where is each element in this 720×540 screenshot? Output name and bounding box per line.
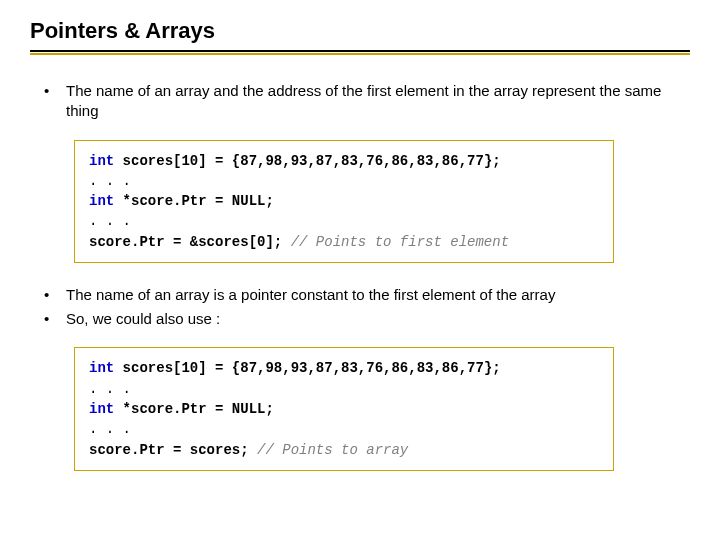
code-block-1: int scores[10] = {87,98,93,87,83,76,86,8… bbox=[74, 140, 614, 263]
code-block-2: int scores[10] = {87,98,93,87,83,76,86,8… bbox=[74, 347, 614, 470]
bullet-marker: • bbox=[38, 81, 66, 122]
code-text: scores[10] = {87,98,93,87,83,76,86,83,86… bbox=[114, 153, 500, 169]
bullet-item: • The name of an array and the address o… bbox=[38, 81, 682, 122]
code-ellipsis: . . . bbox=[89, 379, 599, 399]
code-keyword: int bbox=[89, 153, 114, 169]
code-text: score.Ptr = &scores[0]; bbox=[89, 234, 282, 250]
code-text: *score.Ptr = NULL; bbox=[114, 193, 274, 209]
bullet-text: The name of an array is a pointer consta… bbox=[66, 285, 682, 305]
bullet-text: The name of an array and the address of … bbox=[66, 81, 682, 122]
code-ellipsis: . . . bbox=[89, 419, 599, 439]
code-text: score.Ptr = scores; bbox=[89, 442, 249, 458]
code-text: *score.Ptr = NULL; bbox=[114, 401, 274, 417]
slide-body: • The name of an array and the address o… bbox=[30, 55, 690, 471]
code-ellipsis: . . . bbox=[89, 211, 599, 231]
title-rule bbox=[30, 50, 690, 52]
bullet-text: So, we could also use : bbox=[66, 309, 682, 329]
bullet-marker: • bbox=[38, 285, 66, 305]
code-text: scores[10] = {87,98,93,87,83,76,86,83,86… bbox=[114, 360, 500, 376]
code-keyword: int bbox=[89, 360, 114, 376]
code-ellipsis: . . . bbox=[89, 171, 599, 191]
bullet-marker: • bbox=[38, 309, 66, 329]
bullet-item: • The name of an array is a pointer cons… bbox=[38, 285, 682, 305]
bullet-item: • So, we could also use : bbox=[38, 309, 682, 329]
code-keyword: int bbox=[89, 401, 114, 417]
code-comment: // Points to array bbox=[249, 442, 409, 458]
slide-title: Pointers & Arrays bbox=[30, 18, 690, 50]
code-keyword: int bbox=[89, 193, 114, 209]
code-comment: // Points to first element bbox=[282, 234, 509, 250]
